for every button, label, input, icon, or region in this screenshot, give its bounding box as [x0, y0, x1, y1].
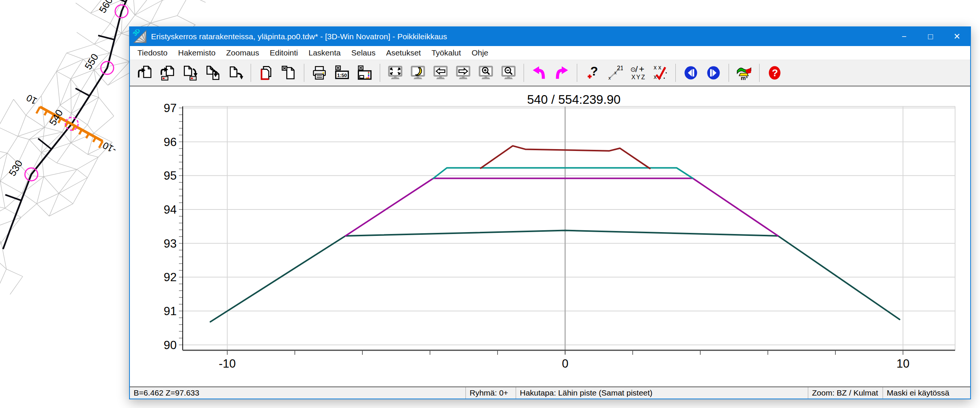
open-file-icon: [137, 65, 153, 81]
status-bar: B=6.462 Z=97.633Ryhmä: 0+Hakutapa: Lähin…: [130, 386, 970, 398]
station-label-530: 530: [6, 158, 24, 178]
menu-item-hakemisto[interactable]: Hakemisto: [173, 47, 221, 59]
title-bar: 3D Eristyskerros ratarakenteissa, yläpin…: [130, 27, 970, 46]
section-line-tooth: [86, 133, 89, 138]
y-axis-label: 94: [164, 203, 177, 216]
y-axis-label: 96: [164, 135, 177, 149]
volume-m3-icon: m³: [736, 65, 752, 81]
open-file-button[interactable]: [135, 63, 154, 83]
status-search-mode: Hakutapa: Lähin piste (Samat pisteet): [516, 387, 808, 398]
open-file-disk-icon: [160, 65, 175, 81]
svg-text:?: ?: [772, 67, 778, 78]
svg-text:x: x: [654, 65, 657, 71]
toolbar: 1:50?xx21⊙/+XYZxxxm³?: [130, 60, 970, 86]
menu-item-laskenta[interactable]: Laskenta: [303, 47, 346, 59]
menu-item-editointi[interactable]: Editointi: [265, 47, 304, 59]
query-point-button[interactable]: ?: [583, 63, 602, 83]
save-as-button[interactable]: [204, 63, 222, 83]
help-button[interactable]: ?: [765, 63, 784, 83]
y-axis-label: 95: [164, 169, 177, 182]
toolbar-separator: [523, 64, 524, 82]
redo-button[interactable]: [552, 63, 571, 83]
volume-m3-button[interactable]: m³: [735, 63, 754, 83]
view-next-icon: [455, 65, 471, 81]
series-structure-upper[interactable]: [433, 168, 693, 178]
toolbar-separator: [729, 64, 729, 82]
zoom-extents-button[interactable]: [386, 63, 405, 83]
section-line-tooth: [93, 137, 96, 142]
cross-section-view: 540 / 554:239.90 9091929394959697-10010: [130, 86, 970, 386]
point-number-button[interactable]: xx21: [606, 63, 624, 83]
copy-pages-icon: [258, 65, 274, 81]
toolbar-separator: [380, 64, 380, 82]
scale-1-50-button[interactable]: 1:50: [332, 63, 352, 83]
close-document-button[interactable]: [279, 63, 298, 83]
station-label-540: 540: [47, 108, 65, 127]
menu-item-zoomaus[interactable]: Zoomaus: [221, 47, 265, 59]
print-button[interactable]: [310, 63, 329, 83]
menu-item-selaus[interactable]: Selaus: [346, 47, 380, 59]
coordinates-xyz-button[interactable]: ⊙/+XYZ: [628, 63, 647, 83]
zoom-out-button[interactable]: [499, 63, 518, 83]
save-file-disk-button[interactable]: [181, 63, 200, 83]
close-document-icon: [281, 65, 297, 81]
svg-text:x: x: [659, 65, 662, 71]
menu-item-tiedosto[interactable]: Tiedosto: [132, 47, 173, 59]
section-offset-label-right: -10: [101, 140, 118, 156]
menu-item-tykalut[interactable]: Työkalut: [426, 47, 466, 59]
section-next-button[interactable]: [704, 63, 723, 83]
scale-1-50-icon: 1:50: [334, 65, 350, 81]
section-previous-button[interactable]: [681, 63, 700, 83]
export-file-button[interactable]: [226, 63, 245, 83]
minimize-button[interactable]: −: [891, 27, 917, 46]
y-axis-label: 90: [164, 338, 177, 352]
zoom-in-icon: [478, 65, 494, 81]
x-axis-label: 10: [897, 357, 909, 370]
redo-icon: [554, 65, 570, 81]
page-setup-button[interactable]: [355, 63, 374, 83]
svg-text:21: 21: [617, 65, 623, 71]
section-next-icon: [706, 65, 721, 81]
export-file-icon: [228, 65, 243, 81]
save-file-disk-icon: [182, 65, 198, 81]
section-line-tooth: [36, 107, 40, 114]
save-as-icon: [205, 65, 221, 81]
coordinates-xyz-icon: ⊙/+XYZ: [630, 65, 646, 81]
svg-text:+: +: [639, 65, 644, 74]
svg-text:3D: 3D: [133, 29, 142, 37]
section-line-tooth: [99, 141, 103, 148]
section-line-tooth: [45, 111, 47, 115]
toolbar-separator: [675, 64, 676, 82]
app-logo-icon: 3D: [133, 29, 147, 44]
series-structure-lower[interactable]: [345, 178, 778, 236]
open-file-disk-button[interactable]: [158, 63, 177, 83]
toolbar-separator: [577, 64, 577, 82]
status-mask: Maski ei käytössä: [883, 387, 970, 398]
help-icon: ?: [767, 65, 783, 81]
station-label-550: 550: [82, 52, 100, 72]
zoom-in-button[interactable]: [476, 63, 495, 83]
svg-text:1:50: 1:50: [337, 73, 347, 78]
copy-pages-button[interactable]: [257, 63, 275, 83]
series-ground-surface[interactable]: [210, 230, 900, 322]
station-tick: [98, 35, 115, 40]
y-axis-label: 93: [164, 237, 177, 250]
cross-section-plot: 9091929394959697-10010: [130, 86, 970, 386]
menu-item-asetukset[interactable]: Asetukset: [381, 47, 426, 59]
view-next-button[interactable]: [454, 63, 473, 83]
point-number-icon: xx21: [607, 65, 623, 81]
undo-button[interactable]: [530, 63, 549, 83]
section-line-tooth: [79, 130, 82, 134]
svg-text:m³: m³: [741, 75, 748, 81]
maximize-button[interactable]: □: [917, 27, 944, 46]
print-icon: [312, 65, 327, 81]
window-title: Eristyskerros ratarakenteissa, yläpinta.…: [151, 32, 891, 41]
pan-view-button[interactable]: [409, 63, 427, 83]
view-previous-button[interactable]: [431, 63, 450, 83]
menu-item-ohje[interactable]: Ohje: [466, 47, 493, 59]
close-button[interactable]: ✕: [944, 27, 970, 46]
svg-text:x: x: [654, 74, 657, 80]
check-points-button[interactable]: xxx: [651, 63, 670, 83]
pan-view-icon: [410, 65, 426, 81]
toolbar-separator: [251, 64, 251, 82]
